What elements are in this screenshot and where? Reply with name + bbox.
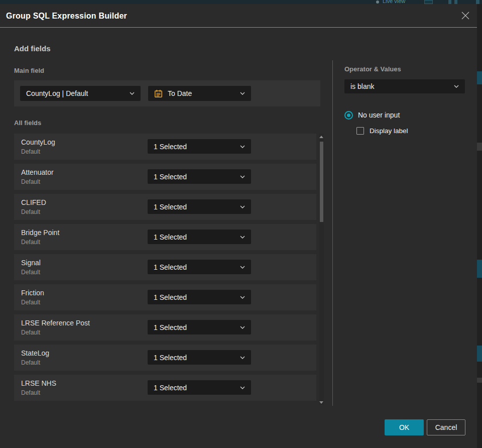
selected-count-value: 1 Selected xyxy=(154,173,236,181)
field-row: Friction Default 1 Selected xyxy=(14,284,316,310)
field-name: Attenuator xyxy=(21,168,54,176)
chevron-down-icon xyxy=(240,266,245,269)
field-name: Bridge Point xyxy=(21,229,59,237)
selected-count-value: 1 Selected xyxy=(154,323,236,331)
field-name: LRSE NHS xyxy=(21,379,56,387)
display-label-checkbox[interactable]: Display label xyxy=(356,127,408,135)
toolbar-fragment xyxy=(454,0,457,4)
field-subtitle: Default xyxy=(21,148,40,155)
field-name: Signal xyxy=(21,259,41,267)
chevron-down-icon xyxy=(240,386,245,389)
radio-selected-icon xyxy=(344,111,353,120)
chevron-down-icon xyxy=(240,175,245,178)
date-field-dropdown-value: To Date xyxy=(168,89,236,97)
field-row: Attenuator Default 1 Selected xyxy=(14,164,316,190)
field-row: StateLog Default 1 Selected xyxy=(14,345,316,371)
field-row: Bridge Point Default 1 Selected xyxy=(14,224,316,250)
field-row: LRSE Reference Post Default 1 Selected xyxy=(14,314,316,341)
dialog-header: Group SQL Expression Builder xyxy=(0,4,477,28)
field-selected-dropdown[interactable]: 1 Selected xyxy=(148,380,251,395)
field-name: LRSE Reference Post xyxy=(21,319,90,327)
field-subtitle: Default xyxy=(21,299,40,306)
list-scrollbar[interactable] xyxy=(319,134,324,405)
scrollbar-thumb[interactable] xyxy=(320,142,323,222)
field-subtitle: Default xyxy=(21,329,40,336)
field-name: Friction xyxy=(21,289,44,297)
calendar-icon xyxy=(154,89,163,98)
date-field-dropdown[interactable]: To Date xyxy=(148,86,251,101)
toolbar-fragment xyxy=(424,0,433,4)
checkbox-unchecked-icon xyxy=(356,127,364,135)
selected-count-value: 1 Selected xyxy=(154,233,236,241)
field-subtitle: Default xyxy=(21,239,40,246)
chevron-down-icon xyxy=(240,296,245,299)
chevron-down-icon xyxy=(240,356,245,359)
field-selected-dropdown[interactable]: 1 Selected xyxy=(148,260,251,274)
all-fields-label: All fields xyxy=(14,119,41,127)
chevron-down-icon xyxy=(240,92,245,95)
field-subtitle: Default xyxy=(21,269,40,276)
radio-label: No user input xyxy=(358,111,400,119)
chevron-down-icon xyxy=(240,326,245,329)
field-subtitle: Default xyxy=(21,208,40,215)
checkbox-label: Display label xyxy=(370,127,408,135)
close-icon[interactable] xyxy=(461,11,470,20)
field-row: CLIFED Default 1 Selected xyxy=(14,194,316,220)
toolbar-fragment xyxy=(448,0,451,4)
live-view-dot-icon xyxy=(376,1,379,4)
chevron-down-icon xyxy=(240,145,245,148)
field-selected-dropdown[interactable]: 1 Selected xyxy=(148,290,251,304)
field-row: Signal Default 1 Selected xyxy=(14,254,316,280)
main-field-label: Main field xyxy=(14,67,44,74)
column-divider xyxy=(332,60,333,406)
field-row: CountyLog Default 1 Selected xyxy=(14,134,316,160)
main-field-dropdown-value: CountyLog | Default xyxy=(26,89,126,97)
field-selected-dropdown[interactable]: 1 Selected xyxy=(148,230,251,244)
underlying-page-sliver xyxy=(477,4,482,448)
field-name: CLIFED xyxy=(21,198,46,206)
field-subtitle: Default xyxy=(21,359,40,366)
field-name: CountyLog xyxy=(21,138,55,146)
dialog-title: Group SQL Expression Builder xyxy=(6,4,127,28)
chevron-down-icon xyxy=(240,236,245,239)
main-field-dropdown[interactable]: CountyLog | Default xyxy=(20,86,141,101)
main-field-panel: CountyLog | Default To Date xyxy=(14,80,320,106)
toolbar-fragment xyxy=(476,0,479,4)
scroll-down-arrow[interactable] xyxy=(319,401,323,404)
scroll-up-arrow[interactable] xyxy=(319,136,323,138)
selected-count-value: 1 Selected xyxy=(154,384,236,392)
selected-count-value: 1 Selected xyxy=(154,293,236,301)
operator-dropdown-value: is blank xyxy=(350,82,450,90)
operator-values-label: Operator & Values xyxy=(344,65,401,73)
field-subtitle: Default xyxy=(21,389,40,396)
add-fields-heading: Add fields xyxy=(14,44,51,53)
field-selected-dropdown[interactable]: 1 Selected xyxy=(148,169,251,184)
field-selected-dropdown[interactable]: 1 Selected xyxy=(148,320,251,334)
no-user-input-radio[interactable]: No user input xyxy=(344,110,400,120)
selected-count-value: 1 Selected xyxy=(154,263,236,271)
underlying-toolbar-strip: Live view xyxy=(0,0,482,4)
field-selected-dropdown[interactable]: 1 Selected xyxy=(148,139,251,154)
field-row: LRSE NHS Default 1 Selected xyxy=(14,375,316,401)
selected-count-value: 1 Selected xyxy=(154,143,236,151)
chevron-down-icon xyxy=(130,92,135,95)
field-subtitle: Default xyxy=(21,178,40,185)
field-selected-dropdown[interactable]: 1 Selected xyxy=(148,199,251,214)
selected-count-value: 1 Selected xyxy=(154,203,236,211)
chevron-down-icon xyxy=(454,85,459,88)
ok-button[interactable]: OK xyxy=(385,419,424,435)
selected-count-value: 1 Selected xyxy=(154,354,236,362)
live-view-label: Live view xyxy=(383,0,405,4)
group-sql-expression-builder-dialog: Group SQL Expression Builder Add fields … xyxy=(0,4,477,448)
field-name: StateLog xyxy=(21,349,49,357)
chevron-down-icon xyxy=(240,205,245,208)
operator-dropdown[interactable]: is blank xyxy=(344,79,465,93)
cancel-button[interactable]: Cancel xyxy=(427,419,465,435)
field-selected-dropdown[interactable]: 1 Selected xyxy=(148,350,251,365)
